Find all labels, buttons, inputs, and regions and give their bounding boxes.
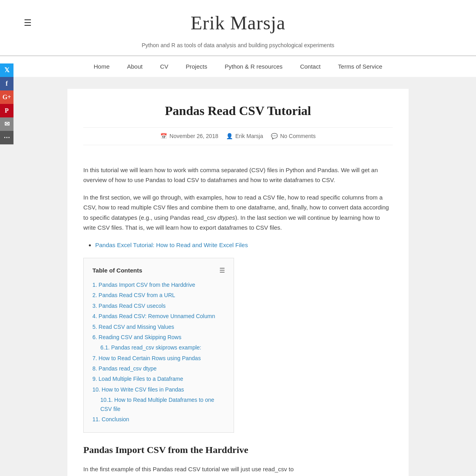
facebook-icon: f xyxy=(6,79,8,89)
list-item: 10.1. How to Read Multiple Dataframes to… xyxy=(92,395,225,413)
toc-num: 11. xyxy=(92,416,102,422)
calendar-icon: 📅 xyxy=(160,132,167,140)
nav-item-projects[interactable]: Projects xyxy=(177,56,216,77)
section-1-heading: Pandas Import CSV from the Harddrive xyxy=(83,442,393,457)
site-title: Erik Marsja xyxy=(0,8,476,38)
article: Pandas Read CSV Tutorial 📅 November 26, … xyxy=(67,89,409,476)
toc-link-6[interactable]: 6. Reading CSV and Skipping Rows xyxy=(92,334,181,340)
toc-link-6-1[interactable]: 6.1. Pandas read_csv skiprows example: xyxy=(100,344,201,351)
toc-link-5[interactable]: 5. Read CSV and Missing Values xyxy=(92,324,174,330)
toc-link-11[interactable]: 11. Conclusion xyxy=(92,416,129,422)
comments-icon: 💬 xyxy=(271,132,278,140)
article-header: Pandas Read CSV Tutorial 📅 November 26, … xyxy=(67,89,409,153)
list-item: 8. Pandas read_csv dtype xyxy=(92,364,225,373)
article-author: Erik Marsja xyxy=(235,132,263,140)
toc-num: 5. xyxy=(92,324,99,330)
related-links-list: Pandas Excel Tutorial: How to Read and W… xyxy=(83,240,393,250)
toc-num: 6.1. xyxy=(100,344,111,351)
list-item: 9. Load Multiple Files to a Dataframe xyxy=(92,374,225,383)
email-icon: ✉ xyxy=(4,119,10,129)
toc-label: Conclusion xyxy=(102,416,129,422)
article-body: In this tutorial we will learn how to wo… xyxy=(67,153,409,476)
toc-label: Pandas Read CSV from a URL xyxy=(99,292,175,298)
list-item: 6. Reading CSV and Skipping Rows xyxy=(92,333,225,342)
pinterest-icon: P xyxy=(5,106,9,116)
toc-num: 10.1. xyxy=(100,397,114,403)
toc-link-8[interactable]: 8. Pandas read_csv dtype xyxy=(92,365,157,372)
toc-num: 4. xyxy=(92,313,99,319)
toc-title: Table of Contents xyxy=(92,266,142,275)
toc-link-3[interactable]: 3. Pandas Read CSV usecols xyxy=(92,303,165,309)
email-share-button[interactable]: ✉ xyxy=(0,117,13,131)
nav-item-resources[interactable]: Python & R resources xyxy=(216,56,291,77)
toc-link-10[interactable]: 10. How to Write CSV files in Pandas xyxy=(92,386,184,393)
nav-item-about[interactable]: About xyxy=(118,56,151,77)
nav-item-home[interactable]: Home xyxy=(85,56,118,77)
twitter-share-button[interactable]: 𝕏 xyxy=(0,63,13,77)
toc-num: 9. xyxy=(92,376,99,382)
toc-link-1[interactable]: 1. Pandas Import CSV from the Harddrive xyxy=(92,282,195,288)
twitter-icon: 𝕏 xyxy=(4,65,10,75)
more-share-button[interactable]: ⋯ xyxy=(0,131,13,144)
pinterest-share-button[interactable]: P xyxy=(0,104,13,117)
toc-toggle-button[interactable]: ☰ xyxy=(219,265,225,276)
list-item: 7. How to Read Certain Rows using Pandas xyxy=(92,354,225,363)
facebook-share-button[interactable]: f xyxy=(0,77,13,90)
toc-num: 6. xyxy=(92,334,99,340)
toc-label: Pandas read_csv skiprows example: xyxy=(111,344,201,351)
toc-label: Read CSV and Missing Values xyxy=(99,324,174,330)
toc-link-4[interactable]: 4. Pandas Read CSV: Remove Unnamed Colum… xyxy=(92,313,215,319)
toc-link-9[interactable]: 9. Load Multiple Files to a Dataframe xyxy=(92,376,183,382)
list-item: 11. Conclusion xyxy=(92,415,225,424)
toc-label: Load Multiple Files to a Dataframe xyxy=(99,376,183,382)
toc-num: 3. xyxy=(92,303,99,309)
hamburger-menu-button[interactable]: ☰ xyxy=(24,16,32,30)
toc-num: 8. xyxy=(92,365,99,372)
hamburger-icon: ☰ xyxy=(24,18,32,28)
toc-label: Pandas Read CSV: Remove Unnamed Column xyxy=(99,313,215,319)
more-icon: ⋯ xyxy=(4,132,10,143)
meta-author: 👤 Erik Marsja xyxy=(226,132,263,140)
list-item: 2. Pandas Read CSV from a URL xyxy=(92,291,225,299)
social-sidebar: 𝕏 f G+ P ✉ ⋯ xyxy=(0,63,13,144)
list-item: 5. Read CSV and Missing Values xyxy=(92,322,225,331)
nav-item-contact[interactable]: Contact xyxy=(291,56,329,77)
toc-num: 2. xyxy=(92,292,99,298)
google-icon: G+ xyxy=(2,92,11,102)
author-icon: 👤 xyxy=(226,132,233,140)
toc-label: Reading CSV and Skipping Rows xyxy=(99,334,182,340)
toc-label: Pandas Read CSV usecols xyxy=(99,303,166,309)
article-meta: 📅 November 26, 2018 👤 Erik Marsja 💬 No C… xyxy=(83,127,393,145)
google-share-button[interactable]: G+ xyxy=(0,90,13,104)
toc-link-2[interactable]: 2. Pandas Read CSV from a URL xyxy=(92,292,175,298)
table-of-contents: Table of Contents ☰ 1. Pandas Import CSV… xyxy=(83,258,234,433)
nav-item-terms[interactable]: Terms of Service xyxy=(329,56,391,77)
list-item: 1. Pandas Import CSV from the Harddrive xyxy=(92,280,225,289)
toc-header: Table of Contents ☰ xyxy=(92,265,225,276)
toc-label: How to Write CSV files in Pandas xyxy=(102,386,184,393)
article-date: November 26, 2018 xyxy=(169,132,218,140)
article-comments: No Comments xyxy=(280,132,315,140)
toc-link-10-1[interactable]: 10.1. How to Read Multiple Dataframes to… xyxy=(100,397,214,412)
toc-label: Pandas Import CSV from the Harddrive xyxy=(99,282,196,288)
meta-comments: 💬 No Comments xyxy=(271,132,315,140)
intro2-italic: dtypes xyxy=(218,214,235,221)
toc-link-7[interactable]: 7. How to Read Certain Rows using Pandas xyxy=(92,355,201,361)
list-item: 6.1. Pandas read_csv skiprows example: xyxy=(92,343,225,352)
intro-paragraph-2: In the first section, we will go through… xyxy=(83,192,393,233)
site-header: ☰ Erik Marsja Python and R as tools of d… xyxy=(0,0,476,56)
toc-num: 7. xyxy=(92,355,99,361)
list-item: 10. How to Write CSV files in Pandas xyxy=(92,385,225,394)
content-wrapper: Pandas Read CSV Tutorial 📅 November 26, … xyxy=(60,77,416,476)
intro-paragraph-1: In this tutorial we will learn how to wo… xyxy=(83,165,393,185)
toc-label: Pandas read_csv dtype xyxy=(99,365,157,372)
related-link[interactable]: Pandas Excel Tutorial: How to Read and W… xyxy=(95,242,248,248)
toc-num: 1. xyxy=(92,282,99,288)
main-navigation: Home About CV Projects Python & R resour… xyxy=(0,56,476,77)
nav-item-cv[interactable]: CV xyxy=(151,56,177,77)
list-item: Pandas Excel Tutorial: How to Read and W… xyxy=(95,240,393,250)
toc-label: How to Read Certain Rows using Pandas xyxy=(99,355,201,361)
toc-label: How to Read Multiple Dataframes to one C… xyxy=(100,397,214,412)
site-tagline: Python and R as tools of data analysis a… xyxy=(0,41,476,50)
meta-date: 📅 November 26, 2018 xyxy=(160,132,218,140)
